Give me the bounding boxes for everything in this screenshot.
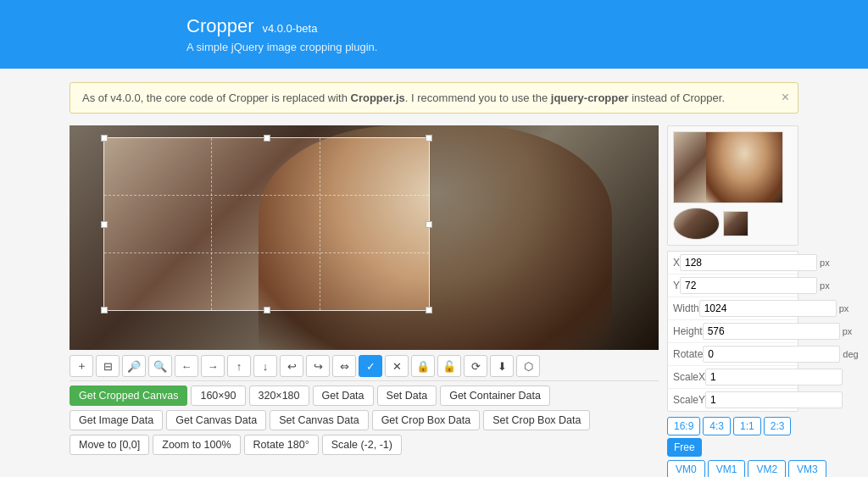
zoom-in-btn[interactable]: ＋ [70, 355, 93, 377]
flip-h-btn[interactable]: ⇔ [332, 355, 356, 377]
notice-close-button[interactable]: × [782, 90, 789, 105]
size-160x90-btn[interactable]: 160×90 [191, 385, 245, 406]
vm2-btn[interactable]: VM2 [748, 460, 786, 477]
field-rotate-input[interactable] [703, 346, 840, 363]
get-canvas-data-btn[interactable]: Get Canvas Data [166, 410, 266, 430]
field-rotate-unit: deg [840, 349, 858, 359]
rotate-left-btn[interactable]: ↩ [280, 355, 303, 377]
scale-btn[interactable]: Scale (-2, -1) [322, 435, 402, 455]
cropper-section: ＋ ⊟ 🔎 🔍 ← → ↑ ↓ ↩ ↪ ⇔ ✓ ✕ 🔒 🔓 ⟳ ⬇ ⬡ [70, 125, 659, 459]
ratio-row: 16:9 4:3 1:1 2:3 Free [667, 417, 798, 457]
field-y-input[interactable] [680, 277, 817, 294]
field-y: Y px [668, 275, 798, 297]
ratio-2-3-btn[interactable]: 2:3 [764, 417, 792, 435]
handle-left-mid[interactable] [101, 221, 108, 228]
toolbar: ＋ ⊟ 🔎 🔍 ← → ↑ ↓ ↩ ↪ ⇔ ✓ ✕ 🔒 🔓 ⟳ ⬇ ⬡ [70, 350, 659, 381]
preview-section [667, 125, 798, 246]
field-scaley-label: ScaleY [673, 394, 705, 406]
crop-box[interactable] [103, 137, 430, 311]
handle-top-left[interactable] [101, 135, 108, 141]
set-canvas-data-btn[interactable]: Set Canvas Data [270, 410, 369, 430]
right-panel: X px Y px Width px Height px [667, 125, 798, 477]
field-height: Height px [668, 320, 798, 343]
field-height-input[interactable] [703, 323, 840, 340]
field-y-label: Y [673, 280, 680, 291]
check-btn[interactable]: ✓ [359, 355, 382, 377]
field-rotate-label: Rotate [673, 348, 703, 360]
action-row-3: Move to [0,0] Zoom to 100% Rotate 180° S… [70, 435, 659, 455]
refresh-btn[interactable]: ⟳ [464, 355, 487, 377]
move-up-btn[interactable]: ↑ [227, 355, 251, 377]
preview-small-row [673, 208, 793, 240]
crop-canvas[interactable] [70, 125, 659, 350]
field-height-label: Height [673, 325, 703, 337]
action-row-1: Get Cropped Canvas 160×90 320×180 Get Da… [70, 385, 659, 406]
field-scalex-input[interactable] [705, 369, 843, 385]
get-cropped-canvas-btn[interactable]: Get Cropped Canvas [70, 385, 187, 406]
zoom-out-btn[interactable]: 🔍 [148, 355, 172, 377]
field-rotate: Rotate deg [668, 343, 798, 366]
rotate-180-btn[interactable]: Rotate 180° [244, 435, 319, 455]
handle-bottom-mid[interactable] [264, 307, 270, 313]
handle-bottom-left[interactable] [101, 307, 108, 313]
vm-row: VM0 VM1 VM2 VM3 [667, 460, 798, 477]
get-crop-box-data-btn[interactable]: Get Crop Box Data [372, 410, 481, 430]
field-x-input[interactable] [680, 254, 817, 271]
preview-square [723, 211, 748, 236]
vm3-btn[interactable]: VM3 [788, 460, 826, 477]
notice-text: As of v4.0.0, the core code of Cropper i… [82, 92, 725, 104]
data-fields: X px Y px Width px Height px [667, 251, 798, 412]
app-title: Cropper [186, 15, 253, 36]
ratio-4-3-btn[interactable]: 4:3 [703, 417, 731, 435]
app-header: Cropper v4.0.0-beta A simple jQuery imag… [0, 0, 868, 69]
unlock-btn[interactable]: 🔓 [437, 355, 461, 377]
size-320x180-btn[interactable]: 320×180 [249, 385, 309, 406]
app-description: A simple jQuery image cropping plugin. [186, 41, 834, 53]
move-to-btn[interactable]: Move to [0,0] [70, 435, 149, 455]
ratio-1-1-btn[interactable]: 1:1 [733, 417, 761, 435]
field-x-label: X [673, 257, 680, 269]
move-left-btn[interactable]: ← [175, 355, 198, 377]
zoom-to-btn[interactable]: Zoom to 100% [153, 435, 240, 455]
vm0-btn[interactable]: VM0 [667, 460, 705, 477]
field-scaley: ScaleY [668, 389, 798, 411]
vm1-btn[interactable]: VM1 [708, 460, 746, 477]
field-x-unit: px [817, 258, 830, 268]
field-y-unit: px [817, 280, 830, 291]
rotate-right-btn[interactable]: ↪ [306, 355, 330, 377]
handle-top-mid[interactable] [264, 135, 270, 141]
download-btn[interactable]: ⬇ [490, 355, 514, 377]
field-width-input[interactable] [699, 300, 837, 317]
field-width-label: Width [673, 302, 699, 314]
field-width-unit: px [837, 303, 849, 313]
field-scalex-label: ScaleX [673, 371, 705, 383]
zoom-in-btn2[interactable]: 🔎 [122, 355, 146, 377]
field-scalex: ScaleX [668, 366, 798, 389]
extra-btn[interactable]: ⬡ [516, 355, 540, 377]
notice-banner: As of v4.0.0, the core code of Cropper i… [70, 82, 798, 114]
move-down-btn[interactable]: ↓ [253, 355, 277, 377]
get-data-btn[interactable]: Get Data [313, 385, 374, 406]
get-image-data-btn[interactable]: Get Image Data [70, 410, 163, 430]
handle-bottom-right[interactable] [426, 307, 432, 313]
move-right-btn[interactable]: → [201, 355, 225, 377]
field-x: X px [668, 252, 798, 275]
field-height-unit: px [840, 326, 853, 336]
action-row-2: Get Image Data Get Canvas Data Set Canva… [70, 410, 659, 430]
ratio-16-9-btn[interactable]: 16:9 [667, 417, 700, 435]
get-container-data-btn[interactable]: Get Container Data [440, 385, 550, 406]
set-data-btn[interactable]: Set Data [377, 385, 437, 406]
field-width: Width px [668, 297, 798, 320]
ratio-free-btn[interactable]: Free [667, 438, 702, 457]
handle-right-mid[interactable] [426, 221, 432, 228]
preview-circle [673, 208, 720, 240]
lock-btn[interactable]: 🔒 [411, 355, 435, 377]
handle-top-right[interactable] [426, 135, 432, 141]
field-scaley-input[interactable] [705, 391, 843, 408]
app-version: v4.0.0-beta [262, 22, 317, 35]
cancel-btn[interactable]: ✕ [385, 355, 409, 377]
set-crop-box-data-btn[interactable]: Set Crop Box Data [483, 410, 590, 430]
preview-large [673, 131, 783, 203]
reset-btn[interactable]: ⊟ [96, 355, 120, 377]
